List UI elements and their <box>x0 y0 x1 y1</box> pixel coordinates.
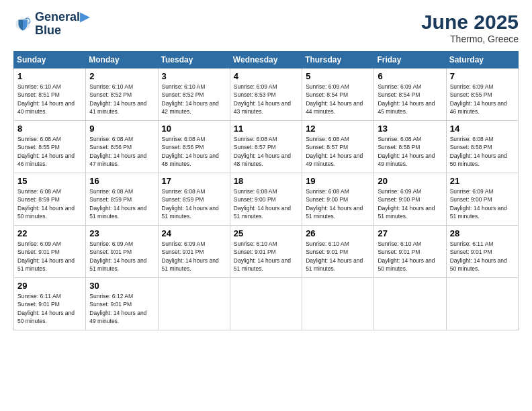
day-info: Sunrise: 6:10 AM Sunset: 9:01 PM Dayligh… <box>378 240 442 273</box>
calendar-cell: 3 Sunrise: 6:10 AM Sunset: 8:52 PM Dayli… <box>158 68 230 121</box>
month-title: June 2025 <box>421 11 519 34</box>
calendar-cell: 7 Sunrise: 6:09 AM Sunset: 8:55 PM Dayli… <box>446 68 518 121</box>
day-info: Sunrise: 6:09 AM Sunset: 9:01 PM Dayligh… <box>89 240 154 273</box>
calendar-cell: 13 Sunrise: 6:08 AM Sunset: 8:58 PM Dayl… <box>374 121 446 173</box>
day-number: 14 <box>450 124 515 134</box>
day-number: 5 <box>306 71 370 81</box>
day-info: Sunrise: 6:11 AM Sunset: 9:01 PM Dayligh… <box>17 292 82 325</box>
calendar-cell: 29 Sunrise: 6:11 AM Sunset: 9:01 PM Dayl… <box>14 278 86 330</box>
day-number: 4 <box>234 71 298 81</box>
day-number: 13 <box>378 124 442 134</box>
calendar-cell: 22 Sunrise: 6:09 AM Sunset: 9:01 PM Dayl… <box>14 226 86 278</box>
day-info: Sunrise: 6:10 AM Sunset: 8:52 PM Dayligh… <box>89 83 154 116</box>
weekday-header-sunday: Sunday <box>14 52 86 68</box>
day-info: Sunrise: 6:10 AM Sunset: 9:01 PM Dayligh… <box>234 240 298 273</box>
day-number: 9 <box>89 124 154 134</box>
weekday-header-saturday: Saturday <box>446 52 518 68</box>
calendar-cell <box>230 278 302 330</box>
day-number: 30 <box>89 281 154 291</box>
calendar-cell: 21 Sunrise: 6:09 AM Sunset: 9:00 PM Dayl… <box>446 173 518 226</box>
calendar-cell <box>446 278 518 330</box>
day-number: 29 <box>17 281 82 291</box>
calendar-cell: 6 Sunrise: 6:09 AM Sunset: 8:54 PM Dayli… <box>374 68 446 121</box>
day-info: Sunrise: 6:09 AM Sunset: 9:01 PM Dayligh… <box>17 240 82 273</box>
day-info: Sunrise: 6:10 AM Sunset: 8:51 PM Dayligh… <box>17 83 82 116</box>
day-number: 6 <box>378 71 442 81</box>
day-number: 21 <box>450 176 515 186</box>
day-info: Sunrise: 6:08 AM Sunset: 8:59 PM Dayligh… <box>89 187 154 220</box>
weekday-header-friday: Friday <box>374 52 446 68</box>
calendar-cell: 16 Sunrise: 6:08 AM Sunset: 8:59 PM Dayl… <box>86 173 158 226</box>
calendar-cell: 15 Sunrise: 6:08 AM Sunset: 8:59 PM Dayl… <box>14 173 86 226</box>
day-number: 11 <box>234 124 298 134</box>
day-number: 26 <box>306 228 370 238</box>
calendar-cell: 10 Sunrise: 6:08 AM Sunset: 8:56 PM Dayl… <box>158 121 230 173</box>
calendar-cell: 30 Sunrise: 6:12 AM Sunset: 9:01 PM Dayl… <box>86 278 158 330</box>
day-info: Sunrise: 6:08 AM Sunset: 8:56 PM Dayligh… <box>89 135 154 168</box>
day-info: Sunrise: 6:09 AM Sunset: 8:54 PM Dayligh… <box>306 83 370 116</box>
header: General▶ Blue June 2025 Thermo, Greece <box>13 11 519 44</box>
weekday-header-row: SundayMondayTuesdayWednesdayThursdayFrid… <box>14 52 519 68</box>
calendar-week-5: 29 Sunrise: 6:11 AM Sunset: 9:01 PM Dayl… <box>14 278 519 330</box>
day-number: 19 <box>306 176 370 186</box>
day-number: 18 <box>234 176 298 186</box>
day-number: 8 <box>17 124 82 134</box>
calendar-cell: 1 Sunrise: 6:10 AM Sunset: 8:51 PM Dayli… <box>14 68 86 121</box>
day-info: Sunrise: 6:09 AM Sunset: 9:00 PM Dayligh… <box>378 187 442 220</box>
calendar-cell: 27 Sunrise: 6:10 AM Sunset: 9:01 PM Dayl… <box>374 226 446 278</box>
calendar-cell: 14 Sunrise: 6:08 AM Sunset: 8:58 PM Dayl… <box>446 121 518 173</box>
calendar-cell: 19 Sunrise: 6:08 AM Sunset: 9:00 PM Dayl… <box>302 173 374 226</box>
calendar-cell: 23 Sunrise: 6:09 AM Sunset: 9:01 PM Dayl… <box>86 226 158 278</box>
calendar-cell <box>302 278 374 330</box>
calendar-cell <box>158 278 230 330</box>
day-info: Sunrise: 6:08 AM Sunset: 9:00 PM Dayligh… <box>234 187 298 220</box>
day-info: Sunrise: 6:09 AM Sunset: 8:55 PM Dayligh… <box>450 83 515 116</box>
day-info: Sunrise: 6:09 AM Sunset: 8:53 PM Dayligh… <box>234 83 298 116</box>
calendar-cell: 18 Sunrise: 6:08 AM Sunset: 9:00 PM Dayl… <box>230 173 302 226</box>
day-number: 15 <box>17 176 82 186</box>
day-number: 16 <box>89 176 154 186</box>
weekday-header-thursday: Thursday <box>302 52 374 68</box>
day-info: Sunrise: 6:08 AM Sunset: 8:55 PM Dayligh… <box>17 135 82 168</box>
calendar-table: SundayMondayTuesdayWednesdayThursdayFrid… <box>13 51 519 330</box>
day-info: Sunrise: 6:10 AM Sunset: 8:52 PM Dayligh… <box>162 83 226 116</box>
calendar-week-4: 22 Sunrise: 6:09 AM Sunset: 9:01 PM Dayl… <box>14 226 519 278</box>
day-number: 20 <box>378 176 442 186</box>
day-info: Sunrise: 6:08 AM Sunset: 8:59 PM Dayligh… <box>162 187 226 220</box>
day-info: Sunrise: 6:09 AM Sunset: 9:00 PM Dayligh… <box>450 187 515 220</box>
day-info: Sunrise: 6:08 AM Sunset: 8:58 PM Dayligh… <box>378 135 442 168</box>
day-number: 12 <box>306 124 370 134</box>
logo: General▶ Blue <box>13 11 89 38</box>
calendar-cell: 28 Sunrise: 6:11 AM Sunset: 9:01 PM Dayl… <box>446 226 518 278</box>
day-info: Sunrise: 6:08 AM Sunset: 8:57 PM Dayligh… <box>234 135 298 168</box>
title-block: June 2025 Thermo, Greece <box>421 11 519 44</box>
calendar-cell: 26 Sunrise: 6:10 AM Sunset: 9:01 PM Dayl… <box>302 226 374 278</box>
day-number: 1 <box>17 71 82 81</box>
day-info: Sunrise: 6:08 AM Sunset: 9:00 PM Dayligh… <box>306 187 370 220</box>
day-number: 24 <box>162 228 226 238</box>
day-number: 28 <box>450 228 515 238</box>
day-info: Sunrise: 6:11 AM Sunset: 9:01 PM Dayligh… <box>450 240 515 273</box>
day-info: Sunrise: 6:10 AM Sunset: 9:01 PM Dayligh… <box>306 240 370 273</box>
weekday-header-tuesday: Tuesday <box>158 52 230 68</box>
calendar-cell: 5 Sunrise: 6:09 AM Sunset: 8:54 PM Dayli… <box>302 68 374 121</box>
day-number: 23 <box>89 228 154 238</box>
day-number: 10 <box>162 124 226 134</box>
calendar-cell: 24 Sunrise: 6:09 AM Sunset: 9:01 PM Dayl… <box>158 226 230 278</box>
calendar-week-2: 8 Sunrise: 6:08 AM Sunset: 8:55 PM Dayli… <box>14 121 519 173</box>
day-info: Sunrise: 6:08 AM Sunset: 8:59 PM Dayligh… <box>17 187 82 220</box>
calendar-cell: 11 Sunrise: 6:08 AM Sunset: 8:57 PM Dayl… <box>230 121 302 173</box>
day-number: 25 <box>234 228 298 238</box>
calendar-cell: 4 Sunrise: 6:09 AM Sunset: 8:53 PM Dayli… <box>230 68 302 121</box>
logo-text: General▶ Blue <box>35 11 89 38</box>
weekday-header-monday: Monday <box>86 52 158 68</box>
day-info: Sunrise: 6:12 AM Sunset: 9:01 PM Dayligh… <box>89 292 154 325</box>
location: Thermo, Greece <box>421 34 519 44</box>
day-info: Sunrise: 6:09 AM Sunset: 9:01 PM Dayligh… <box>162 240 226 273</box>
calendar-cell: 9 Sunrise: 6:08 AM Sunset: 8:56 PM Dayli… <box>86 121 158 173</box>
page: General▶ Blue June 2025 Thermo, Greece S… <box>0 0 532 411</box>
calendar-cell: 17 Sunrise: 6:08 AM Sunset: 8:59 PM Dayl… <box>158 173 230 226</box>
day-info: Sunrise: 6:08 AM Sunset: 8:58 PM Dayligh… <box>450 135 515 168</box>
calendar-cell: 25 Sunrise: 6:10 AM Sunset: 9:01 PM Dayl… <box>230 226 302 278</box>
day-info: Sunrise: 6:08 AM Sunset: 8:57 PM Dayligh… <box>306 135 370 168</box>
